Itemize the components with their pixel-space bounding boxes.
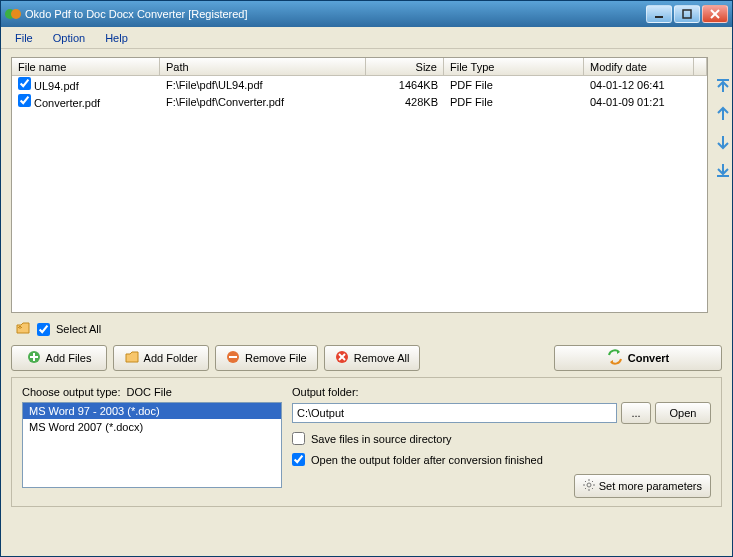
- add-files-label: Add Files: [46, 352, 92, 364]
- open-after-checkbox[interactable]: [292, 453, 305, 466]
- file-table[interactable]: File name Path Size File Type Modify dat…: [11, 57, 708, 313]
- menu-file[interactable]: File: [7, 30, 41, 46]
- plus-icon: [27, 350, 41, 366]
- more-params-label: Set more parameters: [599, 480, 702, 492]
- browse-button[interactable]: ...: [621, 402, 651, 424]
- cell-type: PDF File: [444, 95, 584, 109]
- move-bottom-button[interactable]: [714, 161, 732, 179]
- app-icon: [5, 6, 21, 22]
- gear-icon: [583, 479, 595, 493]
- action-buttons: Add Files Add Folder Remove File Remove …: [11, 345, 722, 371]
- format-listbox[interactable]: MS Word 97 - 2003 (*.doc) MS Word 2007 (…: [22, 402, 282, 488]
- convert-icon: [607, 349, 623, 367]
- menubar: File Option Help: [1, 27, 732, 49]
- table-header: File name Path Size File Type Modify dat…: [12, 58, 707, 76]
- remove-file-button[interactable]: Remove File: [215, 345, 318, 371]
- remove-all-button[interactable]: Remove All: [324, 345, 421, 371]
- window-controls: [646, 5, 728, 23]
- svg-line-21: [585, 481, 586, 482]
- save-in-source-checkbox[interactable]: [292, 432, 305, 445]
- output-type-label: Choose output type: DOC File: [22, 386, 282, 398]
- table-row[interactable]: UL94.pdf F:\File\pdf\UL94.pdf 1464KB PDF…: [12, 76, 707, 93]
- output-folder-label: Output folder:: [292, 386, 711, 398]
- cell-type: PDF File: [444, 78, 584, 92]
- th-date[interactable]: Modify date: [584, 58, 694, 75]
- maximize-button[interactable]: [674, 5, 700, 23]
- titlebar[interactable]: Okdo Pdf to Doc Docx Converter [Register…: [1, 1, 732, 27]
- output-folder-input[interactable]: [292, 403, 617, 423]
- svg-point-16: [587, 483, 591, 487]
- workarea: File name Path Size File Type Modify dat…: [1, 49, 732, 556]
- th-name[interactable]: File name: [12, 58, 160, 75]
- cell-name: UL94.pdf: [34, 80, 79, 92]
- cell-size: 428KB: [366, 95, 444, 109]
- svg-line-22: [592, 488, 593, 489]
- cell-path: F:\File\pdf\UL94.pdf: [160, 78, 366, 92]
- th-size[interactable]: Size: [366, 58, 444, 75]
- remove-all-label: Remove All: [354, 352, 410, 364]
- reorder-buttons: [714, 57, 732, 313]
- x-icon: [335, 350, 349, 366]
- add-folder-label: Add Folder: [144, 352, 198, 364]
- cell-name: Converter.pdf: [34, 97, 100, 109]
- convert-button[interactable]: Convert: [554, 345, 722, 371]
- client-area: File Option Help File name Path Size Fil…: [1, 27, 732, 556]
- add-folder-button[interactable]: Add Folder: [113, 345, 209, 371]
- th-type[interactable]: File Type: [444, 58, 584, 75]
- close-button[interactable]: [702, 5, 728, 23]
- open-after-label: Open the output folder after conversion …: [311, 454, 543, 466]
- svg-point-1: [11, 9, 21, 19]
- select-all-row: Select All: [11, 319, 722, 339]
- move-up-button[interactable]: [714, 105, 732, 123]
- cell-size: 1464KB: [366, 78, 444, 92]
- th-path[interactable]: Path: [160, 58, 366, 75]
- more-params-button[interactable]: Set more parameters: [574, 474, 711, 498]
- select-all-checkbox[interactable]: [37, 323, 50, 336]
- menu-option[interactable]: Option: [45, 30, 93, 46]
- svg-line-23: [592, 481, 593, 482]
- list-item[interactable]: MS Word 97 - 2003 (*.doc): [23, 403, 281, 419]
- remove-file-label: Remove File: [245, 352, 307, 364]
- app-window: Okdo Pdf to Doc Docx Converter [Register…: [0, 0, 733, 557]
- list-item[interactable]: MS Word 2007 (*.docx): [23, 419, 281, 435]
- output-panel: Choose output type: DOC File MS Word 97 …: [11, 377, 722, 507]
- move-down-button[interactable]: [714, 133, 732, 151]
- svg-rect-3: [683, 10, 691, 18]
- cell-path: F:\File\pdf\Converter.pdf: [160, 95, 366, 109]
- th-end: [694, 58, 707, 75]
- convert-label: Convert: [628, 352, 670, 364]
- minus-icon: [226, 350, 240, 366]
- cell-date: 04-01-12 06:41: [584, 78, 694, 92]
- save-in-source-label: Save files in source directory: [311, 433, 452, 445]
- svg-line-24: [585, 488, 586, 489]
- row-checkbox[interactable]: [18, 77, 31, 90]
- up-folder-icon[interactable]: [15, 321, 31, 337]
- row-checkbox[interactable]: [18, 94, 31, 107]
- cell-date: 04-01-09 01:21: [584, 95, 694, 109]
- open-button[interactable]: Open: [655, 402, 711, 424]
- window-title: Okdo Pdf to Doc Docx Converter [Register…: [25, 8, 646, 20]
- minimize-button[interactable]: [646, 5, 672, 23]
- folder-icon: [125, 350, 139, 366]
- menu-help[interactable]: Help: [97, 30, 136, 46]
- table-row[interactable]: Converter.pdf F:\File\pdf\Converter.pdf …: [12, 93, 707, 110]
- add-files-button[interactable]: Add Files: [11, 345, 107, 371]
- select-all-label: Select All: [56, 323, 101, 335]
- move-top-button[interactable]: [714, 77, 732, 95]
